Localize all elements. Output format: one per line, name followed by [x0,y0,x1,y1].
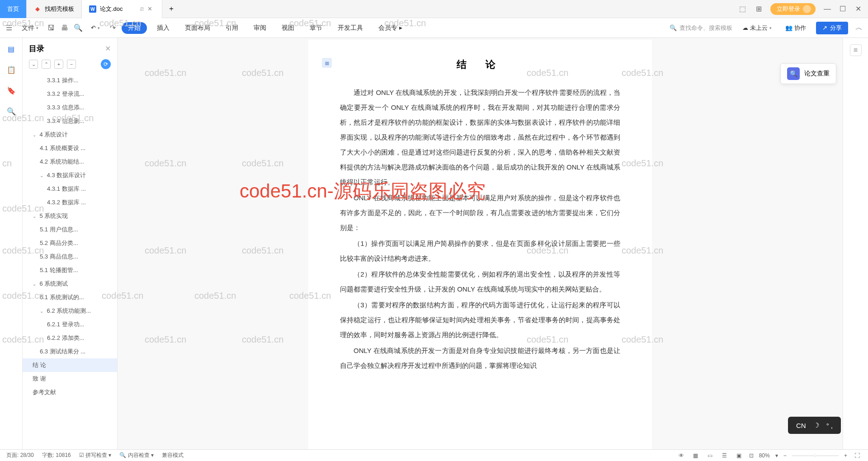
word-count[interactable]: 字数: 10816 [42,452,71,459]
outline-item[interactable]: 4.3.1 数据库 ... [23,182,117,196]
collapse-all-button[interactable]: ⌄ [29,60,38,69]
outline-item[interactable]: 致 谢 [23,372,117,386]
outline-item[interactable]: ⌄ 4.3 数据库设计 [23,169,117,182]
left-sidebar: ▤ 📋 🔖 🔍 [0,38,23,449]
view-read-icon[interactable]: ▣ [735,451,744,460]
print-icon[interactable]: 🖶 [60,24,69,33]
close-icon[interactable]: ✕ [147,5,155,13]
outline-list: 3.3.1 操作...3.3.2 登录流...3.3.3 信息添...3.3.4… [23,74,117,449]
check-icon: 🔍 [787,67,800,80]
outline-item[interactable]: 6.2.1 登录功... [23,318,117,331]
ime-indicator[interactable]: CN ☽ ° , [788,417,841,434]
add-item-button[interactable]: + [54,60,63,69]
view-print-icon[interactable]: ▦ [691,451,700,460]
view-outline-icon[interactable]: ☰ [720,451,729,460]
ribbon-insert[interactable]: 插入 [151,21,175,35]
right-sidebar: ≡ [843,38,868,449]
file-menu[interactable]: 文件▾ [18,22,42,34]
outline-item[interactable]: 6.3 测试结果分 ... [23,345,117,358]
ribbon-devtools[interactable]: 开发工具 [332,21,368,35]
zoom[interactable]: 80% [759,452,770,459]
sync-icon[interactable]: ⟳ [101,59,111,69]
layout-icon[interactable]: ⬚ [738,5,747,14]
redo-icon[interactable]: ↷ [108,24,117,33]
outline-item[interactable]: 3.3.2 登录流... [23,87,117,101]
doc-heading: 结 论 [340,58,620,71]
outline-item[interactable]: 4.2 系统功能结... [23,155,117,169]
ribbon-references[interactable]: 引用 [220,21,244,35]
tab-screen-icon[interactable]: ⎚ [140,5,144,12]
outline-icon[interactable]: ▤ [6,43,17,54]
preview-icon[interactable]: 🔍 [74,24,83,33]
outline-item[interactable]: 5.1 用户信息... [23,223,117,236]
moon-icon: ☽ [813,421,819,429]
outline-item[interactable]: 3.3.1 操作... [23,74,117,87]
outline-panel: 目录 ✕ ⌄ ⌃ + − ⟳ 3.3.1 操作...3.3.2 登录流...3.… [23,38,118,449]
expand-all-button[interactable]: ⌃ [42,60,51,69]
outline-item[interactable]: 4.3.2 数据库 ... [23,196,117,209]
outline-item[interactable]: 4.1 系统概要设 ... [23,141,117,155]
add-tab-button[interactable]: ＋ [162,4,180,14]
outline-item[interactable]: 5.3 商品信息... [23,250,117,263]
outline-item[interactable]: 5.2 商品分类... [23,236,117,250]
ribbon-view[interactable]: 视图 [276,21,300,35]
ribbon-start[interactable]: 开始 [122,22,147,34]
find-icon[interactable]: 🔍 [6,106,17,117]
toolbar: ☰ 文件▾ 🖫 🖶 🔍 ↶▾ ↷ 开始 插入 页面布局 引用 审阅 视图 章节 … [0,18,868,38]
plagiarism-check-panel[interactable]: 🔍 论文查重 [780,63,836,84]
word-icon: W [89,5,96,13]
section-icon[interactable]: ≣ [322,58,332,68]
outline-item[interactable]: ⌄ 6.2 系统功能测... [23,304,117,318]
tab-document[interactable]: W 论文.doc ⎚ ✕ [82,0,162,18]
share-button[interactable]: ↗ 分享 [816,22,848,34]
tab-home[interactable]: 首页 [0,0,27,18]
ribbon-member[interactable]: 会员专 ▸ [373,21,408,35]
outline-close-icon[interactable]: ✕ [105,44,111,53]
page-indicator[interactable]: 页面: 28/30 [6,452,34,459]
ribbon-chapters[interactable]: 章节 [304,21,328,35]
save-icon[interactable]: 🖫 [47,24,56,33]
outline-item[interactable]: ⌄ 4 系统设计 [23,128,117,141]
avatar-icon [803,5,811,13]
outline-item[interactable]: 3.3.3 信息添... [23,101,117,114]
spellcheck-button[interactable]: ☑ 拼写检查 ▾ [79,452,112,459]
outline-item[interactable]: ⌄ 6 系统测试 [23,277,117,291]
fit-width-icon[interactable]: ⊡ [749,452,754,459]
tab-template[interactable]: ◆ 找稻壳模板 [27,0,82,18]
compat-mode[interactable]: 兼容模式 [162,452,184,459]
collab-button[interactable]: 👥 协作 [782,22,810,34]
bookmark-icon[interactable]: 🔖 [6,85,17,96]
content-check-button[interactable]: 🔍 内容检查 ▾ [119,452,154,459]
eye-icon[interactable]: 👁 [677,451,686,460]
window-close-icon[interactable]: ✕ [854,5,863,14]
outline-item[interactable]: 参考文献 [23,386,117,399]
collapse-icon[interactable]: ︿ [854,24,863,33]
outline-item[interactable]: 5.1 轮播图管... [23,263,117,277]
outline-item[interactable]: 结 论 [23,358,117,372]
apps-icon[interactable]: ⊞ [754,5,763,14]
ime-mode-icon: ° , [826,422,833,429]
clipboard-icon[interactable]: 📋 [6,64,17,75]
outline-item[interactable]: 6.1 系统测试的... [23,291,117,304]
maximize-icon[interactable]: ☐ [838,5,847,14]
ribbon-layout[interactable]: 页面布局 [179,21,216,35]
search-input[interactable]: 🔍 查找命令、搜索模板 [670,24,732,32]
view-web-icon[interactable]: ▭ [706,451,715,460]
outline-item[interactable]: ⌄ 5 系统实现 [23,209,117,223]
login-button[interactable]: 立即登录 [770,3,816,15]
minimize-icon[interactable]: — [823,5,832,14]
outline-title: 目录 [29,43,44,54]
outline-item[interactable]: 3.3.4 信息删... [23,114,117,128]
remove-item-button[interactable]: − [67,60,76,69]
format-icon[interactable]: ≡ [850,44,862,56]
zoom-in-button[interactable]: + [844,452,847,459]
zoom-out-button[interactable]: − [783,452,787,459]
undo-button[interactable]: ↶▾ [87,23,104,33]
document-area[interactable]: ≣ 结 论 通过对 ONLY 在线商城系统的开发，让我深刻明白开发一个程序软件需… [118,38,843,449]
fullscreen-icon[interactable]: ⛶ [853,451,862,460]
cloud-status[interactable]: ☁ 未上云 ▾ [739,22,775,34]
menu-icon[interactable]: ☰ [5,24,14,33]
ribbon-review[interactable]: 审阅 [248,21,272,35]
doc-body: 通过对 ONLY 在线商城系统的开发，让我深刻明白开发一个程序软件需要经历的流程… [340,85,620,373]
outline-item[interactable]: 6.2.2 添加类... [23,331,117,345]
